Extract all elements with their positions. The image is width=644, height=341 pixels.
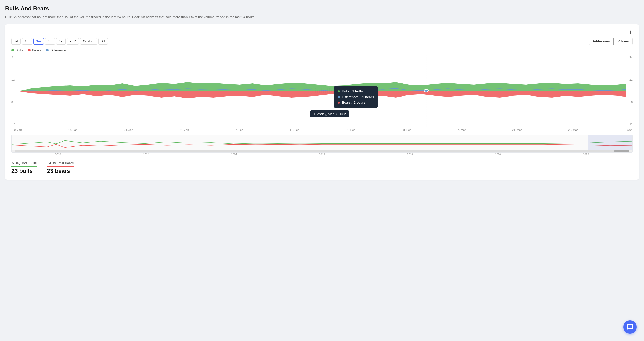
difference-legend-dot [46, 49, 49, 51]
tooltip-dot [424, 89, 428, 92]
x-label-10: 28. Mar [568, 128, 578, 131]
y-right-0: 0 [628, 101, 633, 104]
y-axis-left: 24 12 0 -12 [11, 55, 16, 127]
y-label-12: 12 [11, 78, 16, 81]
main-card: ⬇ 7d 1m 3m 6m 1y YTD Custom All Addresse… [5, 24, 639, 180]
view-toggle: Addresses Volume [589, 38, 633, 45]
x-label-2: 24. Jan [124, 128, 133, 131]
scrollbar[interactable]: ‹ › [12, 150, 632, 152]
filter-7d[interactable]: 7d [11, 38, 21, 45]
year-2010: 2010 [55, 153, 61, 156]
filter-custom[interactable]: Custom [80, 38, 97, 45]
controls-row: 7d 1m 3m 6m 1y YTD Custom All Addresses … [11, 38, 633, 45]
x-label-0: 10. Jan [12, 128, 22, 131]
bulls-stat: 7-Day Total Bulls 23 bulls [11, 161, 37, 174]
page-title: Bulls And Bears [5, 5, 639, 12]
year-2020: 2020 [495, 153, 501, 156]
view-volume[interactable]: Volume [614, 38, 633, 45]
year-2018: 2018 [407, 153, 413, 156]
scroll-left-arrow[interactable]: ‹ [12, 150, 15, 152]
bulls-stat-underline [11, 166, 37, 167]
filter-1m[interactable]: 1m [22, 38, 32, 45]
bears-stat-label: 7-Day Total Bears [47, 161, 74, 165]
filter-all[interactable]: All [98, 38, 108, 45]
scroll-right-arrow[interactable]: › [629, 150, 632, 152]
mini-bears-line [12, 144, 632, 147]
y-right-neg12: -12 [628, 123, 633, 126]
year-2016: 2016 [319, 153, 325, 156]
filter-6m[interactable]: 6m [45, 38, 55, 45]
page-description: Bull: An address that bought more than 1… [5, 14, 290, 20]
bears-stat-value: 23 bears [47, 168, 74, 174]
year-2012: 2012 [143, 153, 149, 156]
filter-3m[interactable]: 3m [33, 38, 44, 45]
bears-area [18, 91, 626, 98]
x-label-9: 21. Mar [512, 128, 522, 131]
year-2014: 2014 [231, 153, 237, 156]
bulls-legend-label: Bulls [16, 48, 23, 52]
main-chart: intotheb Bulls: 1 bulls Difference: +1 b… [18, 55, 626, 127]
mini-year-labels: 2010 2012 2014 2016 2018 2020 2022 [11, 153, 633, 156]
bulls-stat-value: 23 bulls [11, 168, 37, 174]
year-2022: 2022 [583, 153, 589, 156]
scroll-track[interactable] [15, 150, 629, 152]
y-label-0: 0 [11, 101, 16, 104]
x-label-11: 4. Apr [624, 128, 632, 131]
bulls-legend-dot [11, 49, 14, 51]
y-axis-right: 24 12 0 -12 [628, 55, 633, 127]
card-actions: ⬇ [11, 29, 633, 35]
tooltip-date: Tuesday, Mar 8, 2022 [310, 110, 349, 117]
y-label-24: 24 [11, 56, 16, 59]
chart-wrapper: 24 12 0 -12 [11, 55, 633, 127]
x-label-7: 28. Feb [402, 128, 411, 131]
filter-ytd[interactable]: YTD [67, 38, 79, 45]
mini-chart[interactable]: ‹ › [11, 135, 633, 153]
x-label-5: 14. Feb [290, 128, 299, 131]
view-addresses[interactable]: Addresses [589, 38, 613, 45]
x-axis-labels: 10. Jan 17. Jan 24. Jan 31. Jan 7. Feb 1… [11, 128, 633, 131]
bears-stat: 7-Day Total Bears 23 bears [47, 161, 74, 174]
bears-legend-dot [28, 49, 31, 51]
stats-row: 7-Day Total Bulls 23 bulls 7-Day Total B… [11, 161, 633, 174]
filter-1y[interactable]: 1y [56, 38, 66, 45]
time-filters: 7d 1m 3m 6m 1y YTD Custom All [11, 38, 108, 45]
mini-bulls-line [12, 140, 632, 144]
x-label-3: 31. Jan [180, 128, 189, 131]
bears-stat-underline [47, 166, 74, 167]
y-right-24: 24 [628, 56, 633, 59]
x-label-6: 21. Feb [346, 128, 355, 131]
download-icon[interactable]: ⬇ [629, 29, 633, 35]
x-label-4: 7. Feb [235, 128, 243, 131]
legend-bulls: Bulls [11, 48, 23, 52]
legend-difference: Difference [46, 48, 66, 52]
y-label-neg12: -12 [11, 123, 16, 126]
difference-legend-label: Difference [50, 48, 66, 52]
x-label-1: 17. Jan [68, 128, 77, 131]
x-label-8: 4. Mar [458, 128, 466, 131]
bears-legend-label: Bears [32, 48, 41, 52]
y-right-12: 12 [628, 78, 633, 81]
chart-legend: Bulls Bears Difference [11, 48, 633, 52]
legend-bears: Bears [28, 48, 41, 52]
scroll-thumb[interactable] [614, 150, 629, 152]
bulls-stat-label: 7-Day Total Bulls [11, 161, 37, 165]
